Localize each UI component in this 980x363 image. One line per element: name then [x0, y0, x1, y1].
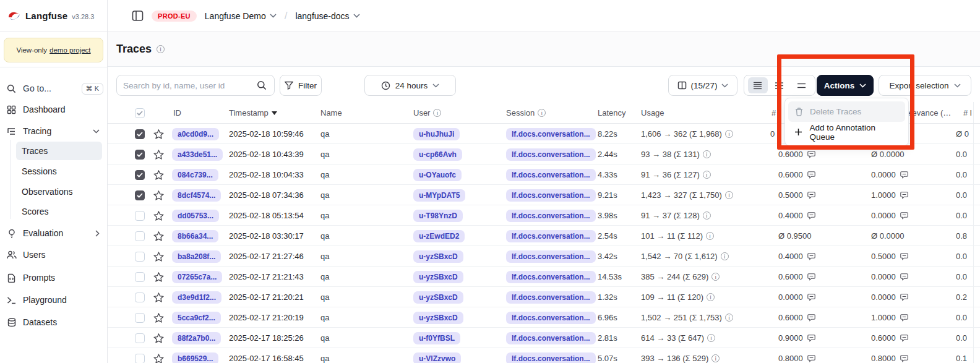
select-all-checkbox[interactable] — [135, 108, 145, 118]
sidebar-item-prompts[interactable]: Prompts — [6, 268, 103, 287]
session-badge[interactable]: lf.docs.conversation... — [506, 352, 596, 363]
session-badge[interactable]: lf.docs.conversation... — [506, 250, 596, 263]
table-row[interactable]: 88f2a7b0... 2025-02-17 18:25:26 qa u-f0Y… — [108, 328, 980, 348]
info-icon[interactable]: i — [703, 171, 711, 179]
table-row[interactable]: 5cca9cf2... 2025-02-17 21:20:19 qa u-yzS… — [108, 307, 980, 328]
trace-id-badge[interactable]: a433de51... — [172, 148, 223, 161]
trace-id-badge[interactable]: 8dcf4574... — [172, 189, 221, 202]
comment-bubble-icon[interactable] — [807, 293, 815, 301]
sidebar-item-dashboard[interactable]: Dashboard — [6, 100, 103, 119]
favorite-star-icon[interactable] — [153, 246, 164, 267]
comment-bubble-icon[interactable] — [900, 273, 908, 281]
table-row[interactable]: 8b66a34... 2025-02-18 03:30:17 qa u-zEwd… — [108, 226, 980, 246]
sidebar-item-datasets[interactable]: Datasets — [6, 313, 103, 331]
comment-bubble-icon[interactable] — [807, 273, 815, 281]
session-badge[interactable]: lf.docs.conversation... — [506, 169, 596, 181]
sidebar-item-observations[interactable]: Observations — [16, 182, 102, 201]
trace-id-badge[interactable]: 88f2a7b0... — [172, 332, 221, 344]
menu-item-add-to-annotation-queue[interactable]: Add to Annotation Queue — [788, 122, 905, 142]
comment-bubble-icon[interactable] — [900, 252, 908, 260]
comment-bubble-icon[interactable] — [900, 211, 908, 220]
info-icon[interactable]: i — [725, 130, 733, 138]
trace-id-badge[interactable]: 084c739... — [172, 169, 218, 181]
sidebar-item-traces[interactable]: Traces — [16, 142, 102, 160]
session-badge[interactable]: lf.docs.conversation... — [506, 271, 596, 283]
table-row[interactable]: 07265c7a... 2025-02-17 21:21:43 qa u-yzS… — [108, 267, 980, 287]
comment-bubble-icon[interactable] — [900, 171, 908, 179]
row-checkbox[interactable] — [135, 129, 145, 139]
favorite-star-icon[interactable] — [153, 267, 164, 287]
header-id[interactable]: ID — [173, 102, 181, 124]
table-row[interactable]: ba8a208f... 2025-02-17 21:27:46 qa u-yzS… — [108, 246, 980, 267]
row-checkbox[interactable] — [135, 293, 145, 302]
comment-bubble-icon[interactable] — [900, 293, 908, 301]
table-row[interactable]: d3e9d1f2... 2025-02-17 21:20:21 qa u-yzS… — [108, 287, 980, 307]
header-name[interactable]: Name — [320, 102, 342, 124]
favorite-star-icon[interactable] — [153, 328, 164, 348]
user-badge[interactable]: u-OYauofc — [413, 169, 462, 181]
user-badge[interactable]: u-MYpDAT5 — [413, 189, 465, 202]
row-checkbox[interactable] — [135, 313, 145, 323]
header-timestamp[interactable]: Timestamp — [229, 102, 277, 124]
comment-bubble-icon[interactable] — [807, 252, 815, 260]
sidebar-item-evaluation[interactable]: Evaluation — [6, 224, 103, 242]
session-badge[interactable]: lf.docs.conversation... — [506, 312, 596, 324]
comment-bubble-icon[interactable] — [807, 191, 815, 199]
comment-bubble-icon[interactable] — [900, 334, 908, 342]
favorite-star-icon[interactable] — [153, 287, 164, 307]
user-badge[interactable]: u-yzSBxcD — [413, 250, 463, 263]
header-user[interactable]: User i — [413, 102, 441, 124]
session-badge[interactable]: lf.docs.conversation... — [506, 189, 596, 202]
user-badge[interactable]: u-VlZzvwo — [413, 352, 461, 363]
comment-bubble-icon[interactable] — [807, 150, 815, 158]
org-switcher[interactable]: Langfuse Demo — [205, 11, 277, 21]
user-badge[interactable]: u-cp66Avh — [413, 148, 462, 161]
comment-bubble-icon[interactable] — [807, 354, 815, 362]
user-badge[interactable]: u-zEwdED2 — [413, 230, 465, 242]
trace-id-badge[interactable]: a0cd0d9... — [172, 128, 219, 140]
favorite-star-icon[interactable] — [153, 226, 164, 246]
project-switcher[interactable]: langfuse-docs — [295, 11, 359, 21]
trace-id-badge[interactable]: b669529... — [172, 352, 218, 363]
demo-project-link[interactable]: demo project — [49, 46, 90, 54]
user-badge[interactable]: u-yzSBxcD — [413, 271, 463, 283]
info-icon[interactable]: i — [725, 314, 733, 322]
table-row[interactable]: 8dcf4574... 2025-02-18 07:34:36 qa u-MYp… — [108, 185, 980, 205]
info-icon[interactable]: i — [725, 191, 733, 199]
trace-id-badge[interactable]: 8b66a34... — [172, 230, 218, 242]
row-height-large-button[interactable] — [791, 77, 811, 93]
user-badge[interactable]: u-yzSBxcD — [413, 291, 463, 304]
comment-bubble-icon[interactable] — [900, 191, 908, 199]
info-icon[interactable]: i — [157, 45, 165, 53]
export-selection-button[interactable]: Export selection — [879, 75, 971, 96]
info-icon[interactable]: i — [703, 211, 711, 220]
trace-id-badge[interactable]: dd05753... — [172, 210, 219, 222]
comment-bubble-icon[interactable] — [807, 211, 815, 220]
sidebar-item-playground[interactable]: Playground — [6, 291, 103, 309]
favorite-star-icon[interactable] — [153, 348, 164, 363]
favorite-star-icon[interactable] — [153, 144, 164, 164]
user-badge[interactable]: u-huJhuJi — [413, 128, 460, 140]
info-icon[interactable]: i — [721, 252, 729, 260]
header-relevance[interactable]: relevance (… — [903, 102, 951, 124]
favorite-star-icon[interactable] — [153, 124, 164, 144]
info-icon[interactable]: i — [707, 334, 715, 342]
session-badge[interactable]: lf.docs.conversation... — [506, 148, 596, 161]
goto-search[interactable]: Go to... ⌘ K — [6, 79, 103, 98]
favorite-star-icon[interactable] — [153, 164, 164, 185]
sidebar-item-scores[interactable]: Scores — [16, 202, 102, 221]
search-input[interactable] — [117, 81, 253, 90]
row-checkbox[interactable] — [135, 252, 145, 262]
search-icon[interactable] — [253, 80, 274, 90]
session-badge[interactable]: lf.docs.conversation... — [506, 332, 596, 344]
sidebar-item-sessions[interactable]: Sessions — [16, 162, 102, 181]
favorite-star-icon[interactable] — [153, 185, 164, 205]
info-icon[interactable]: i — [706, 232, 714, 240]
comment-bubble-icon[interactable] — [807, 314, 815, 322]
session-badge[interactable]: lf.docs.conversation... — [506, 210, 596, 222]
session-badge[interactable]: lf.docs.conversation... — [506, 230, 596, 242]
row-checkbox[interactable] — [135, 211, 145, 221]
info-icon[interactable]: i — [703, 150, 711, 158]
comment-bubble-icon[interactable] — [807, 171, 815, 179]
row-checkbox[interactable] — [135, 231, 145, 241]
